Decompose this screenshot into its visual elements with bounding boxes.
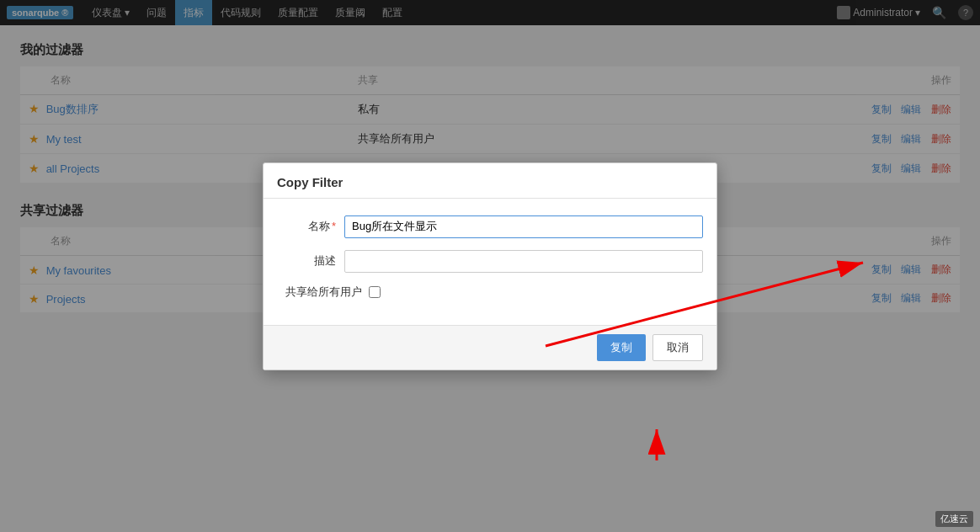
watermark: 亿速云 xyxy=(935,511,973,527)
dialog-title: Copy Filter xyxy=(264,163,716,199)
share-row: 共享给所有用户 xyxy=(277,285,703,300)
share-checkbox[interactable] xyxy=(369,286,381,298)
copy-button[interactable]: 复制 xyxy=(597,334,646,361)
copy-filter-dialog: Copy Filter 名称* 描述 共享给所有用户 复制 取消 xyxy=(263,162,717,370)
name-input[interactable] xyxy=(344,215,703,238)
desc-label: 描述 xyxy=(277,253,344,269)
desc-row: 描述 xyxy=(277,250,703,273)
share-label: 共享给所有用户 xyxy=(285,285,362,300)
dialog-footer: 复制 取消 xyxy=(264,325,716,370)
cancel-button[interactable]: 取消 xyxy=(652,334,703,361)
required-indicator: * xyxy=(332,220,336,232)
modal-overlay: Copy Filter 名称* 描述 共享给所有用户 复制 取消 xyxy=(0,0,980,532)
dialog-body: 名称* 描述 共享给所有用户 xyxy=(264,199,716,325)
name-row: 名称* xyxy=(277,215,703,238)
desc-input[interactable] xyxy=(344,250,703,273)
name-label: 名称* xyxy=(277,219,344,234)
